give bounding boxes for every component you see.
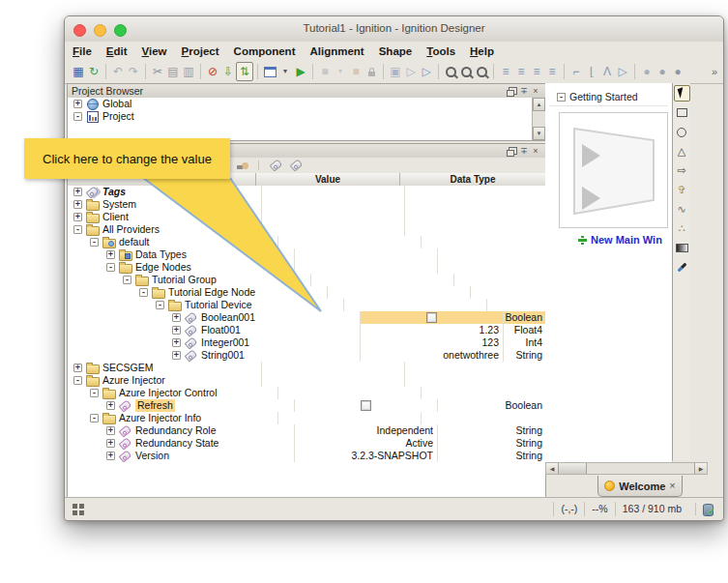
expand-toggle[interactable]: - (139, 288, 148, 297)
menu-help[interactable]: Help (470, 45, 494, 57)
rectangle-tool-icon[interactable] (674, 104, 690, 121)
tree-label[interactable]: Project (102, 110, 134, 123)
close-panel-icon[interactable]: × (530, 86, 541, 97)
tag-row-system[interactable]: + System (68, 198, 545, 211)
welcome-tab[interactable]: Welcome × (597, 476, 683, 497)
tree-label[interactable]: Redundancy Role (135, 424, 216, 437)
export-sync-icon[interactable]: ↻ (86, 63, 102, 80)
tree-label[interactable]: Float001 (201, 324, 241, 336)
tree-row-global[interactable]: + Global (68, 98, 545, 110)
tree-label[interactable]: Azure Injector (102, 374, 165, 387)
expand-toggle[interactable]: - (106, 263, 115, 272)
expand-toggle[interactable]: + (73, 213, 82, 221)
tree-label[interactable]: Tutorial Group (152, 274, 217, 286)
marquee-select-icon[interactable]: ▣ (388, 63, 403, 80)
expand-toggle[interactable]: - (123, 276, 131, 284)
tag-row-tutorial-group[interactable]: - Tutorial Group (68, 274, 545, 286)
tree-label[interactable]: Redundancy State (135, 437, 218, 450)
zoom-out-icon[interactable] (458, 63, 474, 80)
menu-tools[interactable]: Tools (426, 45, 455, 57)
align-peak-icon[interactable]: Λ (599, 63, 615, 80)
grid-layout-icon[interactable] (73, 504, 84, 515)
menu-file[interactable]: File (73, 45, 92, 57)
close-tab-icon[interactable]: × (669, 481, 675, 491)
welcome-tab-label[interactable]: Welcome (619, 481, 665, 492)
expand-toggle[interactable]: + (172, 351, 181, 360)
zoom-reset-icon[interactable] (474, 63, 489, 80)
tree-label[interactable]: Edge Nodes (135, 261, 191, 274)
float-panel-icon[interactable] (507, 86, 518, 97)
arrow-tool-icon[interactable]: ⇨ (674, 162, 690, 179)
value-cell[interactable] (295, 399, 438, 412)
gateway-disconnect-icon[interactable]: ⊘ (205, 63, 220, 80)
value-cell[interactable]: 123 (361, 336, 504, 349)
boolean-value-checkbox[interactable] (361, 400, 371, 411)
expand-toggle[interactable]: + (73, 100, 82, 108)
scroll-up-icon[interactable]: ▲ (533, 98, 545, 111)
expand-toggle[interactable]: + (73, 364, 82, 372)
value-cell[interactable]: 3.2.3-SNAPSHOT (295, 450, 438, 462)
paste-icon[interactable]: ▥ (181, 63, 196, 80)
expand-toggle[interactable]: + (73, 200, 82, 209)
group-icon[interactable]: ■ (348, 63, 364, 80)
tag-row-secsgem[interactable]: + SECSGEM (68, 362, 545, 374)
tree-label[interactable]: SECSGEM (102, 362, 154, 374)
component-menu-icon[interactable]: ▾ (333, 63, 348, 80)
preview-play-icon[interactable]: ▶ (293, 63, 308, 80)
expand-toggle[interactable]: - (90, 414, 99, 423)
menu-view[interactable]: View (142, 45, 167, 57)
menu-project[interactable]: Project (182, 45, 219, 57)
tree-label[interactable]: Integer001 (201, 336, 249, 349)
zoom-in-icon[interactable] (443, 63, 458, 80)
tree-label[interactable]: Version (135, 450, 169, 462)
boolean-value-checkbox[interactable] (426, 312, 437, 323)
align-list-2-icon[interactable]: ≡ (513, 63, 529, 80)
expand-toggle[interactable]: + (106, 250, 115, 259)
align-floor-icon[interactable]: ⌊ (584, 63, 599, 80)
menu-component[interactable]: Component (234, 45, 296, 57)
tag-row-tutorial-edge-node[interactable]: - Tutorial Edge Node (68, 286, 545, 299)
tag-row-azure-injector-info[interactable]: - Azure Injector Info (68, 412, 545, 424)
gateway-connection-icon[interactable]: ✓ (695, 503, 715, 515)
tree-label[interactable]: Global (102, 98, 131, 110)
expand-toggle[interactable]: + (172, 313, 181, 322)
pointer-alt-icon[interactable]: ▷ (419, 63, 434, 80)
tag-row-version[interactable]: + Version 3.2.3-SNAPSHOT String (68, 450, 545, 462)
selection-tool-icon[interactable] (674, 85, 690, 102)
save-icon[interactable]: ▦ (71, 63, 86, 80)
scroll-left-icon[interactable]: ◀ (546, 463, 559, 474)
pin-panel-icon[interactable]: ∓ (518, 146, 530, 157)
expand-toggle[interactable]: + (172, 338, 181, 347)
align-corner-icon[interactable]: ⌐ (568, 63, 584, 80)
shape-intersect-icon[interactable]: ● (670, 63, 685, 80)
tag-row-float001[interactable]: + Float001 1.23 Float4 (68, 324, 545, 336)
expand-toggle[interactable]: - (156, 301, 164, 309)
menu-edit[interactable]: Edit (106, 45, 128, 57)
eyedropper-tool-icon[interactable] (674, 259, 690, 276)
align-side-icon[interactable]: ▷ (615, 63, 630, 80)
column-header-datatype[interactable]: Data Type (400, 173, 545, 186)
toolbar-overflow-chevron[interactable]: » (712, 66, 717, 77)
redo-icon[interactable]: ↷ (126, 63, 141, 80)
tree-label[interactable]: Tutorial Device (185, 299, 252, 311)
shape-union-icon[interactable]: ● (639, 63, 655, 80)
ellipse-tool-icon[interactable] (674, 124, 690, 140)
path-edit-tool-icon[interactable]: ∴ (674, 220, 690, 237)
scrollbar-thumb[interactable] (559, 463, 587, 474)
tree-label[interactable]: Tutorial Edge Node (168, 286, 255, 299)
tag-row-redundancy-role[interactable]: + Redundancy Role Independent String (68, 424, 545, 437)
expand-toggle[interactable]: + (106, 452, 115, 460)
value-cell[interactable]: Independent (295, 424, 438, 437)
cut-icon[interactable]: ✂ (150, 63, 165, 80)
expand-toggle[interactable]: + (106, 426, 115, 435)
pin-panel-icon[interactable]: ∓ (518, 86, 530, 97)
tree-label[interactable]: All Providers (102, 223, 160, 236)
menu-alignment[interactable]: Alignment (309, 45, 364, 57)
new-window-icon[interactable] (262, 63, 277, 80)
align-list-1-icon[interactable]: ≡ (498, 63, 513, 80)
pointer-icon[interactable]: ▷ (403, 63, 419, 80)
tree-label[interactable]: Tags (102, 186, 126, 198)
tag-row-redundancy-state[interactable]: + Redundancy State Active String (68, 437, 545, 450)
tag-row-all-providers[interactable]: - All Providers (68, 223, 545, 236)
refresh-tags-icon[interactable] (242, 162, 248, 169)
